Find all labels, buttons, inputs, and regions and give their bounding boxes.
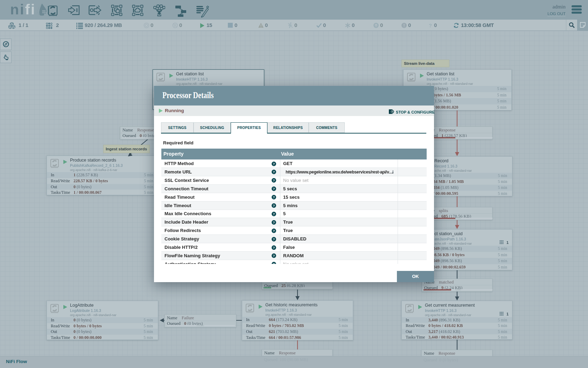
svg-text:?: ?	[429, 22, 432, 28]
